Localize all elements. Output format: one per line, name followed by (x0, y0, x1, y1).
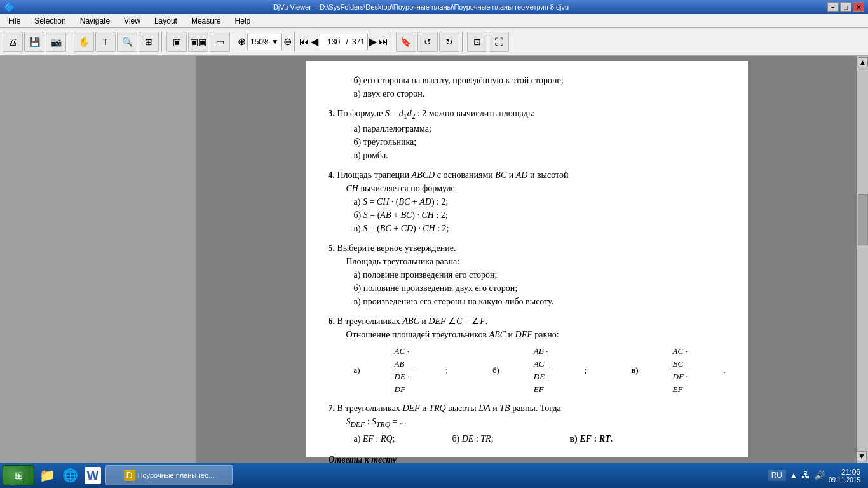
page-separator: / (346, 37, 348, 46)
answers-title: Ответы к тесту (329, 453, 726, 463)
toolbar: 🖨 💾 📷 ✋ T 🔍 ⊞ ▣ ▣▣ ▭ ⊕ 150% ▼ ⊖ ⏮ ◀ 130 … (0, 28, 868, 56)
page-nav: ⏮ ◀ 130 / 371 ▶ ⏭ (299, 34, 388, 50)
titlebar-controls: − □ ✕ (827, 2, 864, 12)
chrome-icon: 🌐 (62, 468, 78, 483)
menu-selection[interactable]: Selection (29, 15, 71, 27)
network-icon: 🖧 (801, 470, 810, 480)
q4c: в) S = (BC + CD) · CH : 2; (329, 222, 726, 235)
toolbar-sep5 (391, 32, 393, 52)
taskbar-word[interactable]: W (83, 465, 103, 485)
last-page-icon[interactable]: ⏭ (378, 36, 388, 48)
continuation-line1: б) его стороны на высоту, проведённую к … (329, 74, 726, 87)
q6c-fraction: AC · BC DF · EF (670, 345, 692, 395)
page-double-icon[interactable]: ▣▣ (188, 32, 208, 52)
page-input[interactable]: 130 (323, 37, 345, 46)
q7b: б) DE : TR; (452, 432, 493, 445)
taskbar-explorer[interactable]: 📁 (37, 465, 57, 485)
zoom-in-icon[interactable]: 🔍 (117, 32, 137, 52)
date-display: 09.11.2015 (829, 477, 860, 484)
prev-page-icon[interactable]: ◀ (311, 36, 318, 48)
next-page-icon[interactable]: ▶ (369, 36, 377, 48)
close-button[interactable]: ✕ (853, 2, 864, 12)
q3b: б) треугольника; (329, 135, 726, 149)
taskbar-chrome[interactable]: 🌐 (60, 465, 80, 485)
toolbar-sep4 (294, 32, 297, 52)
q3-main: 3. По формуле S = d1d2 : 2 можно вычисли… (329, 107, 726, 122)
locale-indicator[interactable]: RU (768, 470, 786, 481)
q7c: в) EF : RT. (570, 432, 613, 445)
q6-main: 6. В треугольниках ABC и DEF ∠C = ∠F. (329, 315, 726, 328)
page-single-icon[interactable]: ▣ (166, 32, 187, 52)
titlebar-icon: 🔷 (4, 2, 15, 12)
taskbar-right: RU ▲ 🖧 🔊 21:06 09.11.2015 (768, 468, 865, 484)
first-page-icon[interactable]: ⏮ (299, 36, 309, 48)
zoom-minus-icon[interactable]: ⊖ (283, 36, 292, 48)
scrollbar[interactable]: ▲ ▼ (857, 56, 868, 463)
document-area[interactable]: б) его стороны на высоту, проведённую к … (197, 56, 857, 463)
q6a-end: ; (445, 364, 448, 377)
q7-number: 7. (329, 403, 337, 413)
zoom-box[interactable]: 150% ▼ (247, 34, 282, 50)
bookmark-icon[interactable]: 🔖 (396, 32, 416, 52)
speaker-icon[interactable]: 🔊 (814, 470, 825, 480)
print-icon[interactable]: 🖨 (3, 32, 23, 52)
zoom-dropdown-icon[interactable]: ▼ (271, 37, 279, 46)
toolbar-sep2 (161, 32, 164, 52)
system-tray-arrow[interactable]: ▲ (790, 471, 797, 480)
menu-navigate[interactable]: Navigate (74, 15, 116, 27)
titlebar-title: DjVu Viewer -- D:\SysFolders\Desktop\Поу… (273, 3, 569, 11)
scroll-down-button[interactable]: ▼ (857, 451, 867, 461)
pan-icon[interactable]: ✋ (74, 32, 94, 52)
menu-view[interactable]: View (118, 15, 146, 27)
fit-page-icon[interactable]: ⊡ (467, 32, 487, 52)
q4-main: 4. Площадь трапеции ABCD с основаниями B… (329, 168, 726, 182)
taskbar-djvu[interactable]: D Поурочные планы гео... (105, 465, 233, 485)
q5-number: 5. (329, 243, 337, 253)
refresh-icon[interactable]: ↻ (439, 32, 459, 52)
menu-help[interactable]: Help (229, 15, 257, 27)
q4b: б) S = (AB + BC) · CH : 2; (329, 208, 726, 222)
q6b-label: б) (492, 364, 499, 377)
text-icon[interactable]: T (95, 32, 116, 52)
menubar: File Selection Navigate View Layout Meas… (0, 14, 868, 28)
word-icon: W (85, 467, 102, 484)
scroll-thumb[interactable] (858, 194, 868, 245)
q6a-fraction: AC · AB DE · DF (392, 345, 414, 395)
rotate-icon[interactable]: ↺ (417, 32, 438, 52)
q4a: а) S = CH · (BC + AD) : 2; (329, 195, 726, 208)
page-wide-icon[interactable]: ▭ (210, 32, 230, 52)
answers-section: Ответы к тесту 1 2 3 4 5 6 7 I вариант (329, 453, 726, 463)
toolbar-sep3 (233, 32, 235, 52)
menu-file[interactable]: File (3, 15, 26, 27)
zoom-value: 150% (250, 37, 270, 46)
q6b-end: ; (585, 364, 587, 377)
minimize-button[interactable]: − (827, 2, 839, 12)
select-rect-icon[interactable]: ⊞ (139, 32, 159, 52)
save-icon[interactable]: 💾 (24, 32, 44, 52)
q6c-end: . (723, 364, 725, 377)
q6a-den: DE · DF (392, 370, 414, 395)
menu-layout[interactable]: Layout (149, 15, 183, 27)
q6c-num: AC · BC (670, 345, 692, 370)
menu-measure[interactable]: Measure (186, 15, 227, 27)
question-5: 5. Выберите верное утверждение. Площадь … (329, 241, 726, 308)
q7a: а) EF : RQ; (354, 432, 395, 445)
clock: 21:06 09.11.2015 (829, 468, 860, 484)
q6a-label: а) (354, 364, 360, 377)
fullscreen-icon[interactable]: ⛶ (489, 32, 509, 52)
toolbar-sep1 (69, 32, 71, 52)
toolbar-sep6 (462, 32, 465, 52)
q6-number: 6. (329, 316, 337, 326)
q3a: а) параллелограмма; (329, 122, 726, 135)
scroll-up-button[interactable]: ▲ (858, 57, 868, 67)
q6a-num: AC · AB (392, 345, 414, 370)
q7-answers: а) EF : RQ; б) DE : TR; в) EF : RT. (329, 432, 726, 445)
zoom-control: ⊕ 150% ▼ ⊖ (238, 34, 292, 50)
q6b-den: DE · EF (531, 370, 553, 395)
question-4: 4. Площадь трапеции ABCD с основаниями B… (329, 168, 726, 235)
maximize-button[interactable]: □ (840, 2, 851, 12)
zoom-plus-icon[interactable]: ⊕ (238, 36, 246, 48)
titlebar: 🔷 DjVu Viewer -- D:\SysFolders\Desktop\П… (0, 0, 868, 14)
start-button[interactable]: ⊞ (3, 465, 34, 485)
scan-icon[interactable]: 📷 (46, 32, 66, 52)
